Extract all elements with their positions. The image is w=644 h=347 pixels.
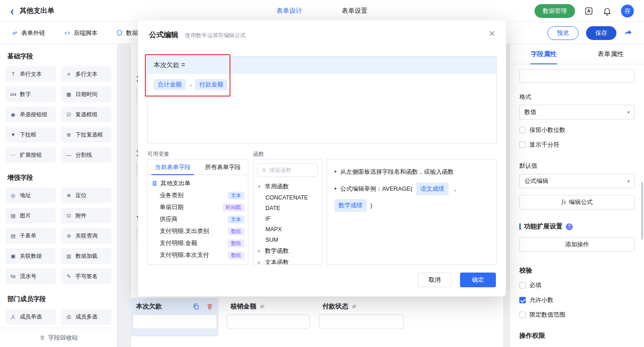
- cancel-button[interactable]: 取消: [418, 273, 452, 287]
- palette-item-signature[interactable]: ✎手写签名: [61, 268, 111, 284]
- tab-form-properties[interactable]: 表单属性: [577, 44, 644, 64]
- formula-token-field[interactable]: 合计金额: [154, 79, 186, 90]
- canvas-field-writeoff-amount[interactable]: 核销金额: [225, 298, 313, 336]
- field-recycle-bin[interactable]: 字段回收站: [0, 328, 117, 347]
- palette-item-label: 数字: [20, 91, 31, 98]
- palette-item-dropdown[interactable]: ▼下拉框: [6, 127, 56, 142]
- palette-item-attachment[interactable]: ⊡附件: [61, 208, 111, 223]
- save-button[interactable]: 保存: [586, 26, 616, 40]
- panel-scrollbar[interactable]: [641, 182, 643, 239]
- palette-item-label: 分割线: [75, 151, 92, 159]
- canvas-field-current-arrears[interactable]: 本次欠款: [131, 298, 218, 336]
- checkbox-allow-decimals[interactable]: 允许小数: [519, 296, 635, 304]
- bell-icon[interactable]: [603, 6, 612, 16]
- palette-item-datetime[interactable]: ▦日期时间: [61, 86, 111, 102]
- palette-item-serial-number[interactable]: №流水号: [6, 268, 56, 284]
- tab-field-properties[interactable]: 字段属性: [510, 44, 577, 64]
- checkbox-required[interactable]: 必填: [519, 281, 635, 290]
- avatar[interactable]: 存: [621, 5, 634, 17]
- field-title-input[interactable]: [519, 69, 635, 83]
- function-group-math[interactable]: ▸ 数学函数: [258, 245, 317, 256]
- help-example-suffix: ): [370, 200, 372, 210]
- permission-title: 操作权限: [519, 332, 635, 340]
- palette-item-single-line-text[interactable]: T单行文本: [6, 66, 56, 82]
- variable-item[interactable]: 支付明细.支出类别 数组: [151, 225, 244, 237]
- formula-editor[interactable]: 本次欠款 = 合计金额 - 付款金额: [147, 56, 497, 143]
- palette-item-data-load[interactable]: ▥数据加载: [61, 248, 111, 264]
- palette-item-extend-button[interactable]: ⋯扩展按钮: [6, 147, 56, 163]
- variables-tree-root[interactable]: 其他支出单: [151, 177, 244, 189]
- checkbox-limit-range[interactable]: 限定数值范围: [519, 311, 635, 319]
- data-manage-button[interactable]: 数据管理: [535, 4, 575, 18]
- copy-icon[interactable]: [192, 303, 200, 310]
- trash-icon[interactable]: [206, 303, 213, 310]
- variable-item[interactable]: 支付明细.本次支付 数组: [151, 249, 244, 261]
- function-search-input[interactable]: [270, 167, 314, 173]
- default-value-select[interactable]: 公式编辑 ▾: [519, 174, 635, 188]
- default-value-label: 默认值: [519, 162, 635, 170]
- palette-item-dropdown-multi[interactable]: ⊞下拉复选框: [61, 127, 111, 142]
- back-button[interactable]: ‹: [10, 6, 14, 16]
- function-search[interactable]: [257, 163, 318, 177]
- translate-icon[interactable]: [584, 6, 593, 16]
- formula-token-field[interactable]: 付款金额: [195, 79, 227, 90]
- lookup-query-icon: ⊚: [65, 233, 73, 239]
- checkbox-thousand-separator[interactable]: 显示千分符: [519, 141, 635, 149]
- app-root: ‹ 其他支出单 表单设计 表单设置 数据管理 存 表单外链 后端脚本 数据: [0, 0, 644, 347]
- variable-item[interactable]: 支付明细.金额 数组: [151, 237, 244, 249]
- function-item[interactable]: SUM: [258, 234, 317, 245]
- palette-item-address[interactable]: ◎地址: [6, 188, 56, 203]
- palette-item-linked-data[interactable]: ▣关联数据: [6, 248, 56, 264]
- close-icon[interactable]: ×: [489, 28, 495, 40]
- variable-item[interactable]: 单据日期 时间戳: [151, 201, 244, 213]
- edit-formula-button[interactable]: fx 编辑公式: [519, 195, 635, 210]
- checkbox-label: 必填: [529, 281, 541, 290]
- function-item[interactable]: CONCATENATE: [258, 192, 317, 203]
- palette-item-multi-line-text[interactable]: ≡多行文本: [61, 66, 111, 82]
- variable-item[interactable]: 供应商 文本: [151, 213, 244, 225]
- help-icon[interactable]: ?: [566, 223, 573, 230]
- palette-item-lookup-query[interactable]: ⊚关联查询: [61, 228, 111, 244]
- add-action-button[interactable]: 添加操作: [519, 237, 635, 252]
- palette-item-checkbox-group[interactable]: ☑复选框组: [61, 107, 111, 122]
- share-icon[interactable]: [624, 28, 633, 38]
- function-group-text[interactable]: ▸ 文本函数: [258, 256, 317, 265]
- canvas-field-payment-status[interactable]: 付款状态: [317, 298, 407, 336]
- function-item[interactable]: IF: [258, 213, 317, 224]
- chevron-down-icon: ▾: [627, 109, 630, 115]
- preview-button[interactable]: 预览: [547, 26, 579, 40]
- palette-item-member-multi[interactable]: 众成员多选: [61, 309, 111, 324]
- palette-item-label: 定位: [75, 192, 86, 199]
- serial-number-icon: №: [9, 273, 17, 279]
- tab-all-form-fields[interactable]: 所有表单字段: [198, 159, 248, 175]
- section-title-member-fields: 部门成员字段: [7, 295, 111, 303]
- dropdown-icon: ▼: [9, 132, 17, 137]
- field-input-preview: [227, 314, 310, 329]
- checkbox-label: 保留小数位数: [529, 126, 565, 134]
- palette-item-radio-group[interactable]: ◉单选按钮组: [6, 107, 56, 122]
- palette-item-number[interactable]: 123数字: [6, 86, 56, 102]
- variable-item[interactable]: 业务类别 文本: [151, 189, 244, 201]
- function-group-label: 文本函数: [265, 258, 289, 265]
- function-item[interactable]: DATE: [258, 203, 317, 213]
- toolbar-item-backend-script[interactable]: 后端脚本: [63, 29, 98, 37]
- function-item[interactable]: MAPX: [258, 224, 317, 234]
- header-tabs: 表单设计 表单设置: [276, 7, 368, 15]
- tab-current-form-fields[interactable]: 当前表单字段: [148, 159, 198, 175]
- variables-tree: 其他支出单 业务类别 文本 单据日期 时间戳 供应商 文本 支付明细.支出类别 …: [148, 175, 248, 263]
- tab-form-design[interactable]: 表单设计: [276, 7, 302, 15]
- palette-item-location[interactable]: ⊕定位: [61, 188, 111, 203]
- tab-form-settings[interactable]: 表单设置: [342, 7, 368, 15]
- format-select[interactable]: 数值 ▾: [519, 105, 635, 119]
- field-label: 核销金额: [230, 302, 265, 311]
- checkbox-box-checked: [519, 297, 526, 303]
- palette-item-divider[interactable]: —分割线: [61, 147, 111, 163]
- variable-name: 业务类别: [160, 191, 228, 199]
- toolbar-item-form-link[interactable]: 表单外链: [11, 29, 45, 37]
- palette-item-image[interactable]: ▨图片: [6, 208, 56, 223]
- palette-item-member-single[interactable]: 人成员单选: [6, 309, 56, 324]
- checkbox-keep-decimals[interactable]: 保留小数位数: [519, 126, 635, 134]
- palette-item-subform[interactable]: ▤子表单: [6, 228, 56, 244]
- function-group-common[interactable]: ▾ 常用函数: [258, 181, 317, 192]
- confirm-button[interactable]: 确定: [460, 273, 496, 287]
